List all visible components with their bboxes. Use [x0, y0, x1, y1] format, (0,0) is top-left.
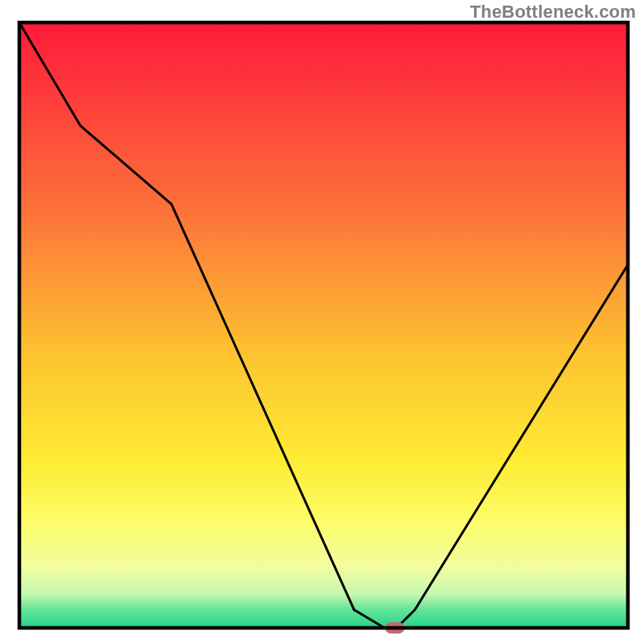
plot-background: [19, 23, 628, 628]
bottleneck-chart: [0, 0, 644, 644]
chart-frame: TheBottleneck.com: [0, 0, 644, 644]
